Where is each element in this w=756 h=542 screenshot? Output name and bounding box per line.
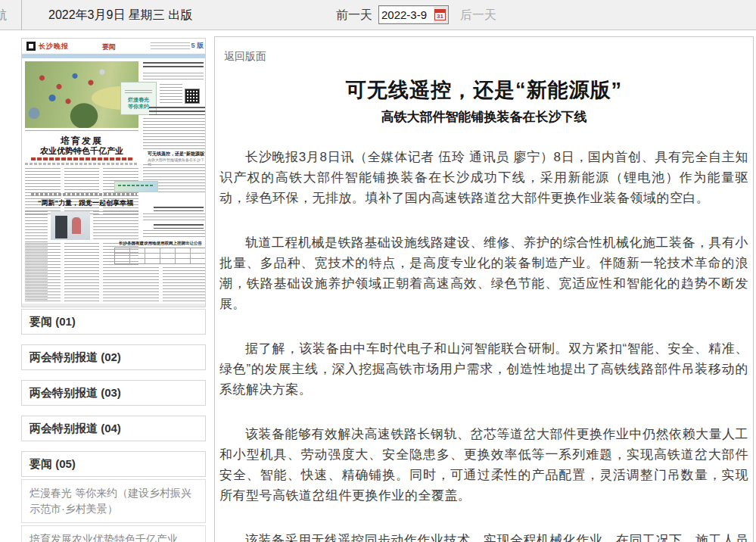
article-body: 长沙晚报3月8日讯（全媒体记者 伍玲 通讯员 廖宁）8日，国内首创、具有完全自主… [215, 147, 753, 542]
sidebar-item-label: 两会特别报道 (02) [30, 350, 121, 363]
thumb-teal-line1: 烂漫春光 [121, 96, 156, 103]
thumb-page-number: 5 版 [191, 41, 204, 51]
sidebar-item-lianghui-04[interactable]: 两会特别报道 (04) [21, 416, 206, 441]
qr-code [185, 89, 200, 104]
article-link-label: 烂漫春光 等你来约（建设乡村振兴示范市·乡村美景） [30, 487, 191, 515]
thumb-machine-shape [55, 216, 67, 238]
date-picker[interactable]: 31 [378, 5, 449, 24]
sidebar-item-lianghui-02[interactable]: 两会特别报道 (02) [21, 344, 206, 370]
calendar-icon[interactable]: 31 [434, 9, 446, 20]
back-to-page-link[interactable]: 返回版面 [224, 50, 753, 64]
thumb-article-headline: 可无线遥控，还是“新能源版” [148, 151, 206, 157]
thumb-masthead-meta [151, 42, 190, 49]
thumb-worker-photo [51, 211, 90, 240]
thumb-right-text-2 [160, 84, 182, 105]
thumb-headline-line2: 农业优势特色千亿产业 [25, 145, 138, 157]
sidebar-article-link-2[interactable]: 培育发展农业优势特色千亿产业 [21, 525, 206, 542]
thumb-section-label: 要闻 [102, 42, 116, 52]
article-title: 可无线遥控，还是“新能源版” [215, 76, 753, 104]
next-day-link: 后一天 [460, 8, 496, 23]
thumb-notice-title: 长沙县国有建设用地使用权网上挂牌出让公告 [114, 241, 206, 246]
thumb-person-shape [72, 217, 81, 234]
date-input[interactable] [379, 7, 434, 23]
sidebar-item-label: 要闻 (05) [30, 457, 76, 470]
thumb-promo-box [114, 181, 158, 192]
thumb-notice-text [114, 267, 206, 304]
thumb-logo [26, 42, 36, 51]
thumb-right-lower-text-1 [143, 213, 205, 222]
thumb-notice-table [114, 248, 206, 264]
article-paragraph: 长沙晚报3月8日讯（全媒体记者 伍玲 通讯员 廖宁）8日，国内首创、具有完全自主… [219, 147, 748, 208]
thumb-lower-col-mid [93, 211, 138, 240]
thumb-right-headline-1 [143, 62, 204, 70]
article-panel: 返回版面 可无线遥控，还是“新能源版” 高铁大部件智能铺换装备在长沙下线 长沙晚… [214, 36, 754, 542]
thumb-masthead: 长沙晚报 要闻 5 版 [22, 39, 206, 54]
thumb-right-lower-headline-1 [154, 207, 204, 211]
prev-day-link[interactable]: 前一天 [336, 8, 372, 23]
sidebar-item-label: 两会特别报道 (03) [30, 386, 121, 399]
article-paragraph: 该装备能够有效解决高速铁路长钢轨、岔芯等道岔大部件更换作业中仍然依赖大量人工和小… [219, 424, 748, 506]
thumb-photo-caption [25, 130, 138, 132]
article-subtitle: 高铁大部件智能铺换装备在长沙下线 [215, 108, 753, 126]
thumb-right-lower-text-2 [143, 230, 205, 238]
sidebar-item-label: 要闻 (01) [30, 315, 76, 328]
thumb-brand: 长沙晚报 [39, 42, 69, 51]
thumb-right-text-1 [143, 73, 204, 82]
nav-partial-label[interactable]: 航 [0, 8, 7, 23]
sidebar-article-link-1[interactable]: 烂漫春光 等你来约（建设乡村振兴示范市·乡村美景） [21, 479, 206, 523]
thumb-red-subtitle [31, 157, 132, 160]
sidebar-item-yaowen-05[interactable]: 要闻 (05) [21, 451, 206, 477]
thumb-right-headline-2 [149, 107, 205, 115]
calendar-icon-day: 31 [435, 13, 445, 20]
thumb-teal-box-lines [125, 90, 152, 94]
sidebar-item-lianghui-03[interactable]: 两会特别报道 (03) [21, 380, 206, 406]
thumb-divider-line [25, 163, 138, 165]
article-paragraph: 该装备采用无线遥控同步动作作业技术，实现全程机械化作业，在同工况下，施工人员较行… [219, 530, 748, 542]
thumb-eyebrow-line [31, 193, 137, 196]
top-bar: 航 2022年3月9日 星期三 出版 前一天 31 后一天 [0, 0, 756, 30]
topbar-divider [21, 0, 22, 30]
publication-date: 2022年3月9日 星期三 出版 [48, 8, 192, 23]
thumb-right-lower-headline-2 [154, 224, 204, 229]
newspaper-page-thumbnail[interactable]: 长沙晚报 要闻 5 版 培育发展 农业优势特色千亿产业 烂漫春光 等你来约 可无… [21, 38, 206, 307]
sidebar-item-label: 两会特别报道 (04) [30, 422, 121, 435]
sidebar-section-list: 要闻 (01) 两会特别报道 (02) 两会特别报道 (03) 两会特别报道 (… [21, 309, 206, 542]
article-link-label: 培育发展农业优势特色千亿产业 [30, 533, 178, 542]
thumb-bottom-margin [22, 304, 206, 307]
article-paragraph: 据了解，该装备由中车时代电子和山河智能联合研制。双方紧扣“智能、安全、精准、绿色… [219, 338, 748, 400]
article-paragraph: 轨道工程机械是铁路基础设施线路建设、维修、养护的综合性机械化施工装备，具有小批量… [219, 232, 748, 314]
thumb-right-text-3 [143, 118, 205, 150]
thumb-mid-headline: “两新”力量，跟党一起创享幸福 [26, 198, 145, 208]
thumb-blue-band [22, 54, 206, 58]
sidebar-item-yaowen-01[interactable]: 要闻 (01) [21, 309, 206, 335]
